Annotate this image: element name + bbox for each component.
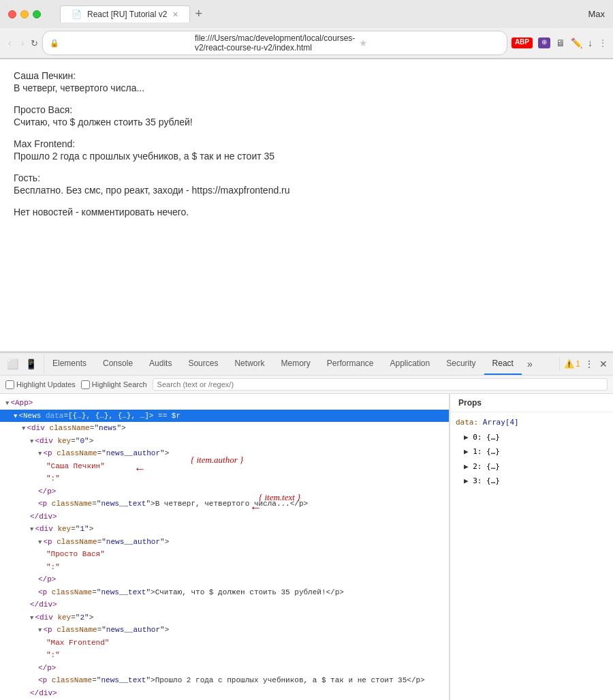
tab-performance[interactable]: Performance xyxy=(319,353,382,375)
close-p2-line[interactable]: </p> xyxy=(0,662,449,675)
post-0: Саша Печкин: В четверг, четвертого числа… xyxy=(14,70,599,93)
expand-icon-2: ▶ xyxy=(464,462,473,471)
highlight-search-input[interactable] xyxy=(81,380,90,389)
devtools-toolbar: ⬜ 📱 Elements Console Audits Sources Netw… xyxy=(0,353,613,376)
inspect-element-button[interactable]: ⬜ xyxy=(4,357,21,371)
p-author2-line[interactable]: ▼<p className="news__author"> xyxy=(0,624,449,637)
close-div0-line[interactable]: </div> xyxy=(0,511,449,523)
props-item-1-label: 1: {…} xyxy=(473,447,500,456)
reload-button[interactable]: ↻ xyxy=(31,38,38,48)
tab-security[interactable]: Security xyxy=(438,353,484,375)
triangle-icon: ▼ xyxy=(38,450,42,459)
colon0-line[interactable]: ":" xyxy=(0,472,449,485)
div-key1-line[interactable]: ▼<div key="1"> xyxy=(0,523,449,536)
author-3: Гость: xyxy=(14,172,599,183)
tab-sources[interactable]: Sources xyxy=(180,353,226,375)
tab-application[interactable]: Application xyxy=(382,353,439,375)
p-author1-line[interactable]: ▼<p className="news__author"> xyxy=(0,536,449,549)
elements-panel: ▼<App> ▼<News data=[{…}, {…}, {…}, …]> =… xyxy=(0,394,450,700)
triangle-icon: ▼ xyxy=(38,538,42,548)
author1-value-line[interactable]: "Просто Вася" xyxy=(0,548,449,561)
p-text0-line[interactable]: <p className="news__text">В четверг, чет… xyxy=(0,498,449,511)
author2-value-line[interactable]: "Max Frontend" xyxy=(0,637,449,650)
tab-audits[interactable]: Audits xyxy=(141,353,180,375)
user-label: Max xyxy=(588,9,605,19)
tab-bar: 📄 React [RU] Tutorial v2 × + xyxy=(60,5,208,22)
props-panel: Props data: Array[4] ▶ 0: {…} ▶ 1: {…} ▶… xyxy=(450,394,613,700)
text-1: Считаю, что $ должен стоить 35 рублей! xyxy=(14,117,599,127)
author-arrow-icon: ← xyxy=(136,460,144,478)
minimize-button[interactable] xyxy=(20,10,29,18)
author0-value-line[interactable]: "Саша Печкин" { item.author } ← xyxy=(0,460,449,473)
traffic-lights xyxy=(8,10,41,18)
text-3: Бесплатно. Без смс, про реакт, заходи - … xyxy=(14,185,599,196)
devtools: ⬜ 📱 Elements Console Audits Sources Netw… xyxy=(0,352,613,700)
div-key2-line[interactable]: ▼<div key="2"> xyxy=(0,611,449,624)
close-div1-line[interactable]: </div> xyxy=(0,598,449,611)
browser-chrome: 📄 React [RU] Tutorial v2 × + Max ‹ › ↻ 🔒… xyxy=(0,0,613,59)
title-bar: 📄 React [RU] Tutorial v2 × + Max xyxy=(0,0,613,28)
tab-memory[interactable]: Memory xyxy=(272,353,318,375)
new-tab-button[interactable]: + xyxy=(190,7,208,21)
tab-react[interactable]: React xyxy=(484,353,522,375)
browser-tab[interactable]: 📄 React [RU] Tutorial v2 × xyxy=(60,5,190,22)
props-item-0[interactable]: ▶ 0: {…} xyxy=(456,430,608,445)
app-tag-line[interactable]: ▼<App> xyxy=(0,397,449,410)
device-mode-button[interactable]: 📱 xyxy=(22,357,40,371)
div-news-line[interactable]: ▼<div className="news"> xyxy=(0,422,449,435)
forward-button[interactable]: › xyxy=(18,36,27,50)
triangle-icon: ▼ xyxy=(30,526,33,535)
props-item-0-label: 0: {…} xyxy=(473,433,500,442)
colon1-line[interactable]: ":" xyxy=(0,561,449,574)
text-0: В четверг, четвертого числа... xyxy=(14,82,599,93)
close-p1-line[interactable]: </p> xyxy=(0,573,449,586)
highlight-updates-input[interactable] xyxy=(5,380,14,389)
main-content: Саша Печкин: В четверг, четвертого числа… xyxy=(0,59,613,352)
triangle-icon: ▼ xyxy=(30,438,33,447)
search-input[interactable] xyxy=(153,378,608,391)
props-item-2-label: 2: {…} xyxy=(473,462,500,471)
item-text-annotation: { item.text } xyxy=(259,491,300,504)
url-bar[interactable]: 🔒 file:///Users/mac/development/local/co… xyxy=(42,31,507,55)
triangle-icon: ▼ xyxy=(30,614,33,624)
props-data-key: data: xyxy=(456,418,478,427)
devtools-panels: ▼<App> ▼<News data=[{…}, {…}, {…}, …]> =… xyxy=(0,394,613,700)
url-text: file:///Users/mac/development/local/cour… xyxy=(195,33,355,52)
no-news: Нет новостей - комментировать нечего. xyxy=(14,207,599,217)
p-text1-line[interactable]: <p className="news__text">Считаю, что $ … xyxy=(0,586,449,599)
post-1: Просто Вася: Считаю, что $ должен стоить… xyxy=(14,104,599,127)
highlight-search-checkbox[interactable]: Highlight Search xyxy=(81,380,147,389)
more-tabs-icon[interactable]: » xyxy=(522,356,538,372)
close-p0-line[interactable]: </p> xyxy=(0,485,449,498)
colon2-line[interactable]: ":" xyxy=(0,649,449,662)
back-button[interactable]: ‹ xyxy=(5,36,14,50)
news-tag-line[interactable]: ▼<News data=[{…}, {…}, {…}, …]> == $r xyxy=(0,410,449,423)
post-3: Гость: Бесплатно. Без смс, про реакт, за… xyxy=(14,172,599,196)
maximize-button[interactable] xyxy=(33,10,41,18)
props-item-2[interactable]: ▶ 2: {…} xyxy=(456,459,608,474)
tab-elements[interactable]: Elements xyxy=(44,353,95,375)
div-key0-line[interactable]: ▼<div key="0"> xyxy=(0,435,449,448)
props-header: Props xyxy=(450,394,613,412)
tab-network[interactable]: Network xyxy=(226,353,272,375)
warning-badge[interactable]: ⚠️ 1 xyxy=(564,359,580,369)
close-div2-line[interactable]: </div> xyxy=(0,687,449,700)
close-button[interactable] xyxy=(8,10,16,18)
highlight-updates-checkbox[interactable]: Highlight Updates xyxy=(5,380,76,389)
props-item-3[interactable]: ▶ 3: {…} xyxy=(456,474,608,489)
author-2: Max Frontend: xyxy=(14,138,599,149)
expand-icon-0: ▶ xyxy=(464,433,473,442)
tab-console[interactable]: Console xyxy=(95,353,141,375)
post-2: Max Frontend: Прошло 2 года с прошлых уч… xyxy=(14,138,599,162)
text-arrow-icon: ← xyxy=(252,499,260,517)
expand-icon-3: ▶ xyxy=(464,476,473,485)
tab-close-icon[interactable]: × xyxy=(172,9,178,20)
p-text2-line[interactable]: <p className="news__text">Прошло 2 года … xyxy=(0,674,449,687)
triangle-icon: ▼ xyxy=(38,626,42,636)
props-item-1[interactable]: ▶ 1: {…} xyxy=(456,444,608,459)
item-author-annotation: { item.author } xyxy=(191,453,243,467)
code-tree: ▼<App> ▼<News data=[{…}, {…}, {…}, …]> =… xyxy=(0,394,449,700)
devtools-close-button[interactable]: ✕ xyxy=(598,357,609,371)
devtools-settings-button[interactable]: ⋮ xyxy=(583,357,595,371)
no-news-text: Нет новостей - комментировать нечего. xyxy=(14,207,599,217)
